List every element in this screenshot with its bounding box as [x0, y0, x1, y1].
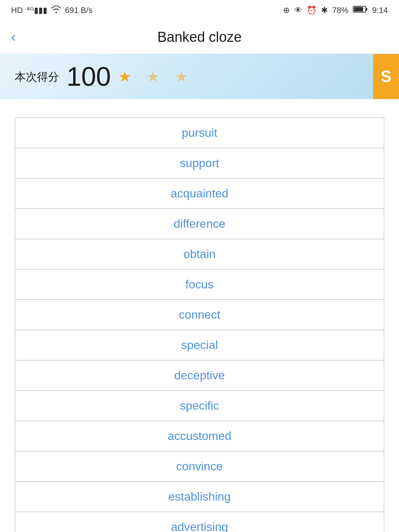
word-8: deceptive: [174, 369, 225, 382]
word-1: support: [180, 156, 219, 170]
score-bar: 本次得分 100 ★ · · ★ · · ★ S: [0, 54, 399, 99]
score-value: 100: [66, 61, 111, 92]
word-bank-row[interactable]: connect: [15, 300, 384, 330]
word-0: pursuit: [182, 126, 217, 139]
bluetooth-icon: ✱: [321, 6, 328, 15]
word-12: establishing: [168, 490, 231, 503]
speed-text: 691 B/s: [65, 6, 93, 15]
word-bank-row[interactable]: pursuit: [15, 118, 384, 148]
media-icon: ⊕: [283, 6, 290, 15]
word-bank-row[interactable]: establishing: [15, 482, 384, 512]
word-bank-row[interactable]: deceptive: [15, 360, 384, 391]
word-bank-row[interactable]: advertising: [15, 512, 384, 532]
word-9: specific: [180, 399, 219, 412]
word-10: accustomed: [168, 429, 232, 443]
word-bank-row[interactable]: convince: [15, 451, 384, 482]
star-3: ★: [175, 68, 188, 85]
svg-rect-1: [366, 8, 367, 11]
word-4: obtain: [183, 247, 215, 261]
score-letter: S: [373, 54, 399, 99]
wifi-icon: [51, 5, 61, 16]
score-label: 本次得分: [15, 70, 59, 84]
status-bar: HD ⁴ᴳ▮▮▮ 691 B/s ⊕ 👁 ⏰ ✱ 78% 9:14: [0, 0, 399, 21]
word-bank-row[interactable]: focus: [15, 270, 384, 300]
word-bank-row[interactable]: support: [15, 148, 384, 179]
status-right: ⊕ 👁 ⏰ ✱ 78% 9:14: [283, 5, 388, 16]
word-3: difference: [174, 217, 225, 230]
word-bank-row[interactable]: special: [15, 330, 384, 360]
svg-rect-2: [354, 7, 363, 11]
word-bank-row[interactable]: obtain: [15, 239, 384, 270]
page-title: Banked cloze: [157, 29, 242, 45]
star-dots-2: · ·: [163, 72, 171, 81]
stars-container: ★ · · ★ · · ★: [118, 68, 188, 85]
word-7: special: [181, 338, 218, 352]
page-header: ‹ Banked cloze: [0, 21, 399, 54]
battery-percent: 78%: [332, 6, 348, 15]
signal-strength: ⁴ᴳ▮▮▮: [27, 6, 47, 15]
time-display: 9:14: [372, 6, 388, 15]
eye-icon: 👁: [294, 6, 302, 15]
word-5: focus: [185, 278, 214, 291]
word-bank-row[interactable]: difference: [15, 209, 384, 239]
star-2: ★: [146, 68, 160, 85]
word-bank-row[interactable]: accustomed: [15, 421, 384, 451]
alarm-icon: ⏰: [307, 6, 317, 15]
word-6: connect: [179, 308, 220, 321]
back-button[interactable]: ‹: [11, 29, 16, 45]
status-left: HD ⁴ᴳ▮▮▮ 691 B/s: [11, 5, 92, 16]
word-2: acquainted: [171, 187, 229, 200]
word-13: advertising: [171, 520, 228, 532]
star-1: ★: [118, 68, 132, 85]
battery-icon: [353, 5, 368, 16]
word-bank-table: pursuitsupportacquainteddifferenceobtain…: [15, 118, 384, 532]
word-bank-row[interactable]: specific: [15, 391, 384, 421]
word-bank-row[interactable]: acquainted: [15, 179, 384, 209]
word-11: convince: [176, 460, 223, 473]
hd-badge: HD: [11, 6, 23, 15]
star-dots: · ·: [134, 72, 143, 81]
